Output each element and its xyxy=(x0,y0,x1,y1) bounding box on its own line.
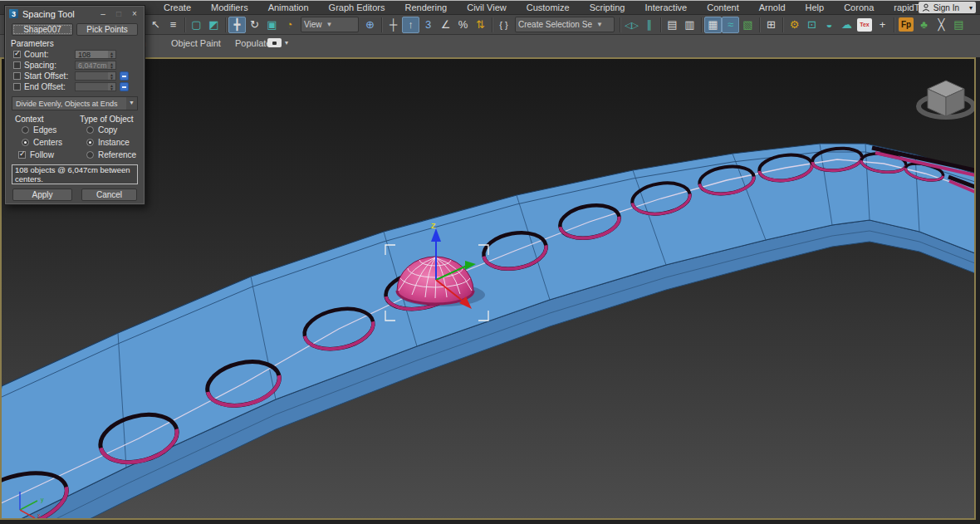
toolbar-separator xyxy=(782,17,783,32)
edges-label: Edges xyxy=(29,125,56,135)
sign-in-label: Sign In xyxy=(933,3,959,12)
end-offset-checkbox[interactable] xyxy=(13,83,21,91)
start-offset-spinner[interactable]: ▲▼ xyxy=(108,72,115,80)
tab-object-paint[interactable]: Object Paint xyxy=(171,35,221,51)
select-and-manipulate-button[interactable]: ┼ xyxy=(385,17,402,33)
mirror-button[interactable]: ◁▷ xyxy=(623,17,640,33)
ribbon-mini-toolbar-button[interactable] xyxy=(267,38,282,47)
count-checkbox[interactable] xyxy=(13,51,21,58)
dropdown-arrow-icon: ▼ xyxy=(326,21,333,28)
menu-arnold[interactable]: Arnold xyxy=(749,1,796,14)
menu-modifiers[interactable]: Modifiers xyxy=(201,1,258,14)
copy-radio[interactable] xyxy=(86,126,94,134)
edges-radio[interactable] xyxy=(22,126,29,134)
snaps-toggle-button[interactable]: 3 xyxy=(419,17,437,33)
material-editor-button[interactable]: ⊞ xyxy=(762,17,780,33)
add-toolbar-button[interactable]: + xyxy=(874,17,891,33)
percent-snap-toggle-button[interactable]: % xyxy=(454,17,472,33)
start-offset-row: Start Offset: ▲▼ xyxy=(5,71,145,81)
count-spinner[interactable]: ▲▼ xyxy=(108,51,115,58)
pick-points-button[interactable]: Pick Points xyxy=(76,23,138,36)
spinner-snap-toggle-button[interactable]: ⇅ xyxy=(472,17,489,33)
start-offset-checkbox[interactable] xyxy=(13,72,21,80)
centers-radio[interactable] xyxy=(22,139,29,146)
end-offset-spinner[interactable]: ▲▼ xyxy=(108,83,115,91)
menu-civil-view[interactable]: Civil View xyxy=(457,1,516,14)
reference-coordinate-system-dropdown[interactable]: View ▼ xyxy=(301,17,359,32)
start-offset-lock-button[interactable] xyxy=(120,71,129,81)
textools-button[interactable]: Tex xyxy=(857,18,872,32)
close-button[interactable]: × xyxy=(129,9,140,18)
menu-scripting[interactable]: Scripting xyxy=(580,1,635,14)
forestpack-button[interactable]: Fp xyxy=(899,17,914,32)
dialog-title-bar[interactable]: 3 Spacing Tool – □ × xyxy=(5,6,145,21)
dropdown-arrow-icon: ▼ xyxy=(596,21,603,28)
render-in-cloud-button[interactable]: ☁ xyxy=(838,17,855,33)
type-of-object-heading: Type of Object xyxy=(75,115,140,124)
menu-rendering[interactable]: Rendering xyxy=(394,1,457,14)
rendered-frame-window-button[interactable]: ⊡ xyxy=(803,17,821,33)
sign-in-button[interactable]: Sign In ▾ xyxy=(919,2,976,13)
plugin-list-button[interactable]: ▤ xyxy=(950,17,968,33)
spacing-tool-dialog: 3 Spacing Tool – □ × Shape007 Pick Point… xyxy=(4,5,145,205)
spacing-status-box: 108 objects @ 6,047cm between centers. xyxy=(12,164,138,184)
rectangular-selection-region-button[interactable]: ▢ xyxy=(188,17,205,33)
ribbon-mini-caret-icon[interactable]: ▾ xyxy=(285,39,288,47)
menu-corona[interactable]: Corona xyxy=(834,1,884,14)
menu-content[interactable]: Content xyxy=(697,1,749,14)
menu-animation[interactable]: Animation xyxy=(258,1,319,14)
spacing-checkbox[interactable] xyxy=(13,61,21,69)
select-and-place-button[interactable]: ◔ xyxy=(281,17,298,33)
follow-label: Follow xyxy=(26,150,54,159)
spacing-field[interactable]: 6,047cm▲▼ xyxy=(75,61,116,70)
start-offset-field[interactable]: ▲▼ xyxy=(75,71,116,81)
render-production-button[interactable]: ◒ xyxy=(821,17,838,33)
plugin-tools-button[interactable]: ╳ xyxy=(933,17,950,33)
window-crossing-toggle-button[interactable]: ◩ xyxy=(205,17,223,33)
align-button[interactable]: ∥ xyxy=(640,17,658,33)
edit-named-selection-sets-button[interactable]: { } xyxy=(495,17,512,33)
minimize-button[interactable]: – xyxy=(97,9,109,18)
menu-create[interactable]: Create xyxy=(154,1,201,14)
follow-checkbox[interactable] xyxy=(18,151,26,159)
count-label: Count: xyxy=(21,50,75,59)
schematic-view-button[interactable]: ▧ xyxy=(739,17,757,33)
named-selection-sets-dropdown[interactable]: Create Selection Se ▼ xyxy=(515,17,615,32)
reference-label: Reference xyxy=(94,150,136,159)
curve-editor-button[interactable]: ≈ xyxy=(722,17,739,33)
instance-radio[interactable] xyxy=(86,139,94,146)
select-by-name-button[interactable]: ≡ xyxy=(164,17,182,33)
menu-customize[interactable]: Customize xyxy=(517,1,580,14)
shape-pick-button[interactable]: Shape007 xyxy=(12,23,73,36)
toolbar-separator xyxy=(620,17,620,32)
render-setup-button[interactable]: ⚙ xyxy=(786,17,803,33)
select-and-scale-button[interactable]: ▣ xyxy=(263,17,281,33)
menu-help[interactable]: Help xyxy=(796,1,835,14)
toggle-layer-explorer-button[interactable]: ▥ xyxy=(681,17,698,33)
count-value: 108 xyxy=(76,51,108,59)
apply-button[interactable]: Apply xyxy=(12,189,72,201)
menu-interactive[interactable]: Interactive xyxy=(635,1,697,14)
sign-in-caret-icon[interactable]: ▾ xyxy=(969,4,973,12)
end-offset-field[interactable]: ▲▼ xyxy=(75,82,116,91)
keyboard-shortcut-override-button[interactable]: ↑ xyxy=(402,17,419,33)
end-offset-lock-button[interactable] xyxy=(120,82,129,91)
itoo-trees-button[interactable]: ♣ xyxy=(915,17,933,33)
use-pivot-point-center-button[interactable]: ⊕ xyxy=(361,17,379,33)
count-field[interactable]: 108▲▼ xyxy=(75,50,116,59)
angle-snap-toggle-button[interactable]: ∠ xyxy=(437,17,454,33)
spacing-spinner[interactable]: ▲▼ xyxy=(108,61,115,69)
menu-graph-editors[interactable]: Graph Editors xyxy=(319,1,395,14)
divide-method-dropdown[interactable]: Divide Evenly, Objects at Ends ▼ xyxy=(12,96,138,110)
select-and-move-button[interactable]: ╋ xyxy=(228,17,246,33)
toggle-scene-explorer-button[interactable]: ▤ xyxy=(664,17,681,33)
tab-populate[interactable]: Populate xyxy=(235,35,271,51)
perspective-viewport[interactable]: Z y x xyxy=(0,57,976,520)
spacing-label: Spacing: xyxy=(21,61,75,70)
cancel-button[interactable]: Cancel xyxy=(81,189,137,201)
reference-radio[interactable] xyxy=(86,151,94,159)
toggle-ribbon-button[interactable]: ▦ xyxy=(704,17,722,33)
toolbar-separator xyxy=(660,17,661,32)
select-object-button[interactable]: ↖ xyxy=(147,17,164,33)
select-and-rotate-button[interactable]: ↻ xyxy=(246,17,263,33)
